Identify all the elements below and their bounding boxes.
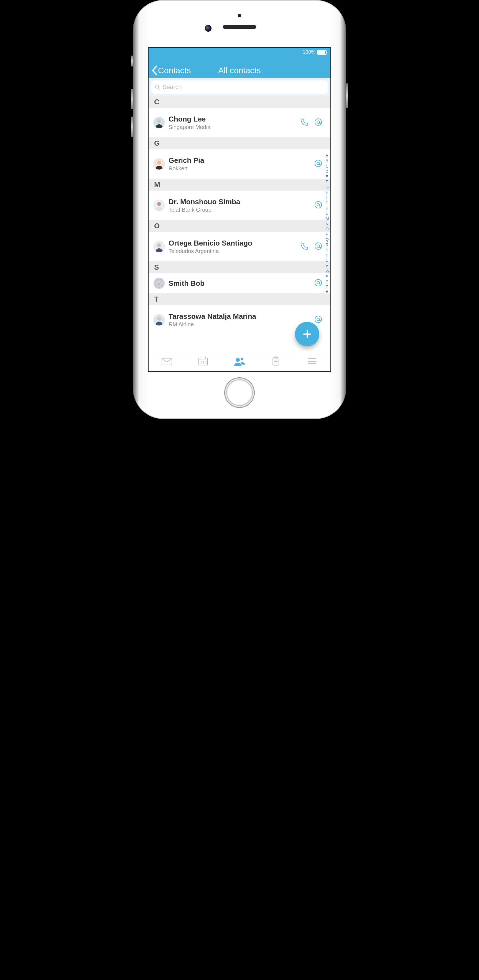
avatar	[154, 200, 165, 211]
plus-icon	[302, 329, 312, 339]
index-letter[interactable]: G	[326, 185, 329, 190]
index-letter[interactable]: X	[326, 274, 329, 279]
section-header: M	[149, 179, 330, 191]
contact-actions	[314, 200, 325, 210]
avatar	[154, 158, 165, 170]
index-letter[interactable]: F	[326, 179, 329, 185]
contact-name: Dr. Monshouo Simba	[168, 197, 310, 206]
contact-row[interactable]: Chong LeeSingapore Media	[149, 108, 330, 137]
section-header: G	[149, 137, 330, 149]
contact-info: Ortega Benicio SantiagoTeledudos Argenti…	[168, 239, 296, 255]
index-letter[interactable]: E	[326, 174, 329, 180]
index-letter[interactable]: V	[326, 263, 329, 269]
index-letter[interactable]: M	[326, 216, 329, 221]
index-letter[interactable]: D	[326, 169, 329, 174]
contact-name: Ortega Benicio Santiago	[168, 239, 296, 248]
at-icon	[314, 118, 323, 127]
battery-percent: 100%	[303, 49, 316, 55]
contact-company: Telaf Bank Group	[168, 207, 310, 213]
call-button[interactable]	[300, 118, 309, 127]
email-button[interactable]	[314, 200, 323, 210]
index-letter[interactable]: P	[326, 232, 329, 237]
at-icon	[314, 200, 323, 209]
search-bar-container	[149, 78, 330, 96]
avatar	[154, 241, 165, 252]
index-letter[interactable]: R	[326, 242, 329, 248]
index-letter[interactable]: B	[326, 158, 329, 164]
index-letter[interactable]: S	[326, 248, 329, 253]
add-contact-button[interactable]	[295, 322, 319, 346]
tab-tasks[interactable]	[270, 356, 281, 368]
index-letter[interactable]: Z	[326, 284, 329, 290]
email-button[interactable]	[314, 315, 323, 325]
contact-name: Chong Lee	[168, 115, 296, 124]
index-letter[interactable]: K	[326, 205, 329, 211]
contact-info: Smith Bob	[168, 279, 310, 288]
index-letter[interactable]: T	[326, 253, 329, 258]
svg-point-5	[317, 121, 319, 123]
svg-point-15	[157, 243, 161, 247]
svg-point-3	[157, 119, 161, 123]
index-letter[interactable]: #	[326, 290, 329, 295]
svg-point-12	[315, 201, 322, 208]
svg-point-37	[241, 358, 243, 360]
contact-row[interactable]: Smith Bob	[149, 273, 330, 293]
tab-calendar[interactable]	[198, 356, 209, 368]
svg-rect-26	[162, 358, 172, 365]
svg-point-16	[315, 243, 322, 250]
contact-row[interactable]: Gerich PiaRokkert	[149, 149, 330, 179]
index-letter[interactable]: I	[326, 195, 329, 200]
email-button[interactable]	[314, 278, 323, 288]
side-button	[131, 56, 133, 67]
index-letter[interactable]: A	[326, 153, 329, 158]
at-icon	[314, 159, 323, 168]
call-button[interactable]	[300, 242, 309, 252]
svg-point-8	[315, 160, 322, 167]
index-letter[interactable]: H	[326, 190, 329, 195]
search-bar[interactable]	[151, 81, 328, 94]
index-letter[interactable]: Y	[326, 279, 329, 284]
email-button[interactable]	[314, 118, 323, 127]
index-letter[interactable]: W	[326, 269, 329, 274]
index-letter[interactable]: C	[326, 164, 329, 169]
phone-frame: 100% Contacts All contacts CChong LeeSin…	[133, 0, 346, 419]
svg-point-21	[317, 282, 319, 284]
tab-mail[interactable]	[161, 356, 173, 368]
contact-row[interactable]: Dr. Monshouo SimbaTelaf Bank Group	[149, 191, 330, 220]
back-button[interactable]: Contacts	[149, 65, 191, 75]
tab-contacts[interactable]	[234, 356, 245, 368]
index-letter[interactable]: N	[326, 221, 329, 227]
contact-company: Singapore Media	[168, 124, 296, 130]
contact-name: Tarassowa Natalja Marina	[168, 312, 310, 321]
email-button[interactable]	[314, 159, 323, 169]
proximity-sensor	[238, 14, 241, 17]
home-button[interactable]	[224, 377, 255, 408]
avatar	[154, 314, 165, 326]
section-header: S	[149, 261, 330, 273]
side-button	[131, 89, 133, 109]
index-letter[interactable]: U	[326, 258, 329, 263]
mail-icon	[161, 356, 173, 366]
index-letter[interactable]: Q	[326, 237, 329, 242]
people-icon	[234, 356, 245, 366]
contact-company: RM Airline	[168, 321, 310, 328]
svg-point-23	[157, 317, 161, 320]
section-header: O	[149, 220, 330, 232]
contact-actions	[300, 242, 325, 252]
front-camera	[205, 25, 211, 32]
contacts-list[interactable]: CChong LeeSingapore MediaGGerich PiaRokk…	[149, 96, 330, 352]
index-letter[interactable]: L	[326, 211, 329, 216]
side-button	[131, 116, 133, 137]
tab-menu[interactable]	[306, 356, 318, 368]
index-letter[interactable]: O	[326, 226, 329, 232]
email-button[interactable]	[314, 242, 323, 252]
contact-name: Smith Bob	[168, 279, 310, 288]
contact-row[interactable]: Ortega Benicio SantiagoTeledudos Argenti…	[149, 232, 330, 261]
contact-actions	[314, 278, 325, 288]
search-input[interactable]	[162, 84, 324, 91]
contact-info: Gerich PiaRokkert	[168, 156, 310, 172]
index-letter[interactable]: J	[326, 200, 329, 205]
chevron-left-icon	[151, 65, 157, 75]
contact-info: Dr. Monshouo SimbaTelaf Bank Group	[168, 197, 310, 213]
alpha-index[interactable]: ABCDEFGHIJKLMNOPQRSTUVWXYZ#	[326, 153, 329, 295]
